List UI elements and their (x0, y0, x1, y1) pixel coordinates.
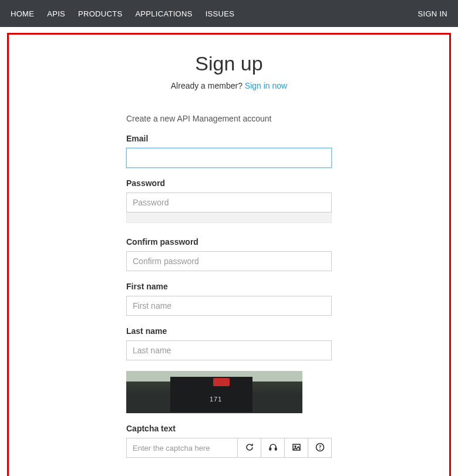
field-captcha: Captcha text (126, 424, 332, 458)
headphones-icon (268, 443, 278, 454)
confirm-password-input[interactable] (126, 251, 332, 271)
svg-rect-1 (275, 448, 277, 450)
subtitle: Already a member? Sign in now (21, 81, 437, 90)
image-icon (292, 443, 301, 454)
captcha-label: Captcha text (126, 424, 332, 433)
nav-left: HOME APIS PRODUCTS APPLICATIONS ISSUES (11, 9, 234, 18)
nav-products[interactable]: PRODUCTS (78, 9, 122, 18)
captcha-audio-button[interactable] (261, 438, 285, 458)
captcha-image: 171 (126, 371, 302, 413)
captcha-image-button[interactable] (285, 438, 308, 458)
top-navbar: HOME APIS PRODUCTS APPLICATIONS ISSUES S… (0, 0, 458, 27)
field-email: Email (126, 134, 332, 168)
signup-form: Create a new API Management account Emai… (126, 114, 332, 476)
confirm-password-label: Confirm password (126, 237, 332, 247)
help-icon (315, 443, 325, 454)
password-input[interactable] (126, 193, 332, 212)
nav-home[interactable]: HOME (11, 9, 34, 18)
email-label: Email (126, 134, 332, 143)
nav-issues[interactable]: ISSUES (206, 9, 234, 18)
last-name-input[interactable] (126, 340, 332, 360)
field-last-name: Last name (126, 326, 332, 360)
signin-link[interactable]: Sign in now (245, 81, 287, 90)
field-first-name: First name (126, 282, 332, 316)
field-password: Password (126, 178, 332, 223)
svg-rect-0 (270, 448, 271, 450)
highlighted-panel: Sign up Already a member? Sign in now Cr… (7, 33, 451, 476)
nav-signin[interactable]: SIGN IN (418, 9, 448, 18)
password-strength-bar (126, 212, 332, 223)
nav-apis[interactable]: APIS (47, 9, 65, 18)
subtitle-text: Already a member? (171, 81, 245, 90)
nav-applications[interactable]: APPLICATIONS (135, 9, 192, 18)
captcha-input[interactable] (126, 438, 238, 458)
refresh-icon (245, 443, 254, 454)
email-input[interactable] (126, 148, 332, 168)
first-name-label: First name (126, 282, 332, 291)
password-label: Password (126, 178, 332, 188)
svg-point-5 (319, 448, 321, 450)
last-name-label: Last name (126, 326, 332, 336)
first-name-input[interactable] (126, 296, 332, 316)
captcha-refresh-button[interactable] (238, 438, 261, 458)
captcha-image-text: 171 (210, 396, 222, 403)
page-title: Sign up (21, 52, 437, 75)
form-description: Create a new API Management account (126, 114, 332, 123)
captcha-help-button[interactable] (308, 438, 332, 458)
field-confirm-password: Confirm password (126, 237, 332, 271)
svg-point-3 (295, 445, 296, 447)
